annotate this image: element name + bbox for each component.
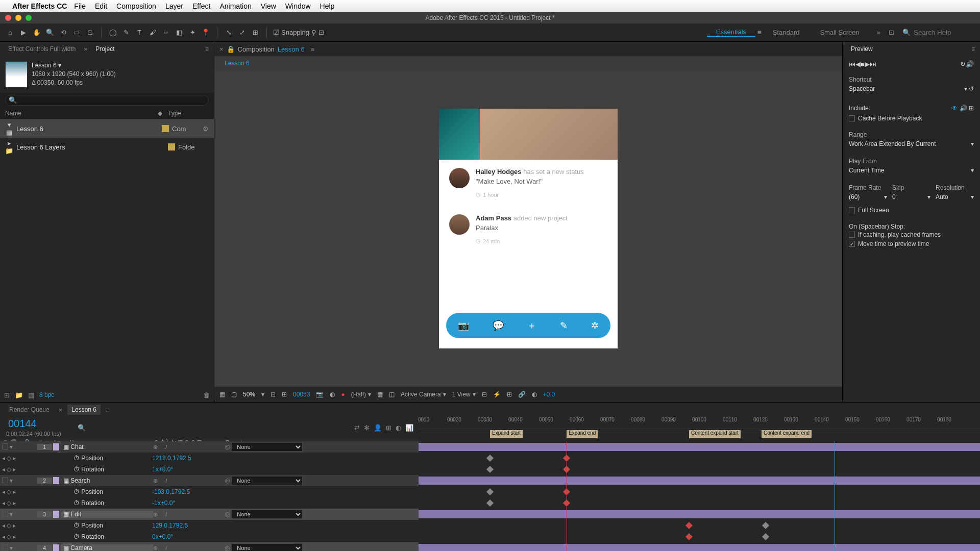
motion-blur-icon[interactable]: ◐ <box>396 424 401 432</box>
shortcut-select[interactable]: Spacebar <box>849 85 875 92</box>
last-frame-icon[interactable]: ⏭ <box>870 60 876 68</box>
prev-kf-icon[interactable]: ◂ <box>2 455 5 462</box>
label-swatch[interactable] <box>162 125 169 132</box>
snap-grid-icon[interactable]: ⊡ <box>318 29 324 36</box>
maximize-icon[interactable] <box>26 15 32 21</box>
layer-row[interactable]: ▾ 4 ▦ Camera ⊛ / ◎ None <box>0 542 419 551</box>
tab-overflow-icon[interactable]: » <box>84 45 88 53</box>
draft3d-icon[interactable]: ✻ <box>364 424 370 432</box>
flowchart-icon[interactable]: 🔗 <box>518 391 526 398</box>
layer-name[interactable]: ▦ Chat <box>61 443 153 450</box>
close-tab-icon[interactable]: × <box>219 45 224 53</box>
video-toggle[interactable] <box>2 477 8 483</box>
layer-label-color[interactable] <box>53 443 59 450</box>
tab-project[interactable]: Project <box>92 44 117 54</box>
workspace-small-screen[interactable]: Small Screen <box>811 29 868 36</box>
chat-icon[interactable]: 💬 <box>493 320 504 331</box>
home-icon[interactable]: ⌂ <box>5 28 15 38</box>
zoom-tool-icon[interactable]: 🔍 <box>45 28 55 38</box>
layer-row[interactable]: ▾ 1 ▦ Chat ⊛ / ◎ None <box>0 441 419 453</box>
property-name[interactable]: ⏱ Rotation <box>58 533 150 540</box>
skip-select[interactable]: 0 <box>892 193 896 201</box>
col-label-swatch[interactable]: ◆ <box>158 110 168 117</box>
tab-preview[interactable]: Preview <box>848 44 876 54</box>
prev-kf-icon[interactable]: ◂ <box>2 533 5 540</box>
property-name[interactable]: ⏱ Rotation <box>58 499 150 507</box>
workspace-essentials[interactable]: Essentials <box>707 28 755 37</box>
camera-select[interactable]: Active Camera <box>401 391 441 398</box>
tab-render-queue[interactable]: Render Queue <box>5 405 54 415</box>
property-name[interactable]: ⏱ Position <box>58 522 150 529</box>
toggle-transparency-icon[interactable]: ▢ <box>231 391 237 398</box>
menu-composition[interactable]: Composition <box>116 2 156 10</box>
graph-editor-icon[interactable]: 📊 <box>405 424 413 432</box>
layer-name[interactable]: ▦ Edit <box>61 511 153 518</box>
twirl-icon[interactable]: ▾ <box>10 511 13 518</box>
current-frame-display[interactable]: 00144 <box>0 417 67 431</box>
playhead[interactable] <box>567 441 567 551</box>
hand-tool-icon[interactable]: ✋ <box>32 28 42 38</box>
project-item-comp[interactable]: ▾ ▦ Lesson 6 Com ⚙ <box>0 119 214 138</box>
keyframe-icon[interactable] <box>762 533 769 540</box>
col-name[interactable]: Name <box>5 110 158 117</box>
add-kf-icon[interactable]: ◇ <box>7 533 11 540</box>
cache-checkbox[interactable] <box>849 115 855 121</box>
property-row[interactable]: ◂◇▸ ⏱ Position 129.0,1792.5 <box>0 520 419 531</box>
next-kf-icon[interactable]: ▸ <box>13 455 16 462</box>
property-value[interactable]: 1x+0.0° <box>150 466 173 473</box>
new-folder-icon[interactable]: 📁 <box>15 391 23 399</box>
property-value[interactable]: -1x+0.0° <box>150 499 175 507</box>
full-res-icon[interactable]: ⊡ <box>271 391 276 398</box>
world-axis-icon[interactable]: ⤢ <box>237 28 247 38</box>
layer-label-color[interactable] <box>53 477 59 484</box>
layer-duration-bar[interactable] <box>419 510 980 518</box>
resolution-select[interactable]: (Half) <box>351 391 366 398</box>
camera-tool-icon[interactable]: ▭ <box>71 28 82 38</box>
interpret-footage-icon[interactable]: ⊞ <box>4 391 10 399</box>
property-name[interactable]: ⏱ Rotation <box>58 466 150 473</box>
view-axis-icon[interactable]: ⊞ <box>250 28 260 38</box>
keyframe-icon[interactable] <box>486 466 494 473</box>
menu-effect[interactable]: Effect <box>192 2 211 10</box>
keyframe-icon[interactable] <box>762 522 769 529</box>
rotate-tool-icon[interactable]: ⟲ <box>58 28 68 38</box>
pen-tool-icon[interactable]: ✎ <box>121 28 131 38</box>
text-tool-icon[interactable]: T <box>134 28 144 38</box>
composition-viewport[interactable]: Hailey Hodges has set a new status "Make… <box>214 70 842 387</box>
layer-duration-bar[interactable] <box>419 477 980 485</box>
first-frame-icon[interactable]: ⏮ <box>849 60 855 68</box>
edit-icon[interactable]: ✎ <box>560 320 568 331</box>
mute-icon[interactable]: 🔊 <box>966 60 974 68</box>
snap-magnet-icon[interactable]: ⚲ <box>311 29 316 36</box>
layer-label-color[interactable] <box>53 544 59 551</box>
eraser-tool-icon[interactable]: ◧ <box>174 28 184 38</box>
pickwhip-icon[interactable]: ◎ <box>225 477 230 484</box>
label-swatch[interactable] <box>168 143 175 151</box>
selection-tool-icon[interactable]: ▶ <box>18 28 29 38</box>
camera-icon[interactable]: 📷 <box>458 320 469 331</box>
app-name[interactable]: After Effects CC <box>12 2 67 10</box>
dropdown-icon[interactable]: ▾ <box>971 167 974 174</box>
shy-icon[interactable]: 👤 <box>374 424 382 432</box>
comp-marker[interactable]: Expand start <box>490 430 523 438</box>
panel-menu-icon[interactable]: ≡ <box>311 45 315 53</box>
property-value[interactable]: 0x+0.0° <box>150 533 173 540</box>
include-video-icon[interactable]: 👁 <box>951 105 958 112</box>
next-kf-icon[interactable]: ▸ <box>13 522 16 529</box>
zoom-level[interactable]: 50% <box>243 391 255 398</box>
next-kf-icon[interactable]: ▸ <box>13 466 16 473</box>
menu-help[interactable]: Help <box>320 2 335 10</box>
menu-view[interactable]: View <box>261 2 276 10</box>
next-kf-icon[interactable]: ▸ <box>13 488 16 495</box>
parent-select[interactable]: None <box>231 510 303 519</box>
property-name[interactable]: ⏱ Position <box>58 488 150 495</box>
roto-tool-icon[interactable]: ✦ <box>187 28 198 38</box>
layer-switches[interactable]: ⊛ / <box>153 478 225 484</box>
guides-icon[interactable]: ▦ <box>377 391 383 398</box>
fast-preview-icon[interactable]: ⚡ <box>493 391 501 398</box>
color-mgmt-icon[interactable]: ● <box>341 391 345 398</box>
property-name[interactable]: ⏱ Position <box>58 455 150 462</box>
panel-menu-icon[interactable]: ≡ <box>971 45 975 53</box>
local-axis-icon[interactable]: ⤡ <box>224 28 234 38</box>
view-select[interactable]: 1 View <box>452 391 471 398</box>
